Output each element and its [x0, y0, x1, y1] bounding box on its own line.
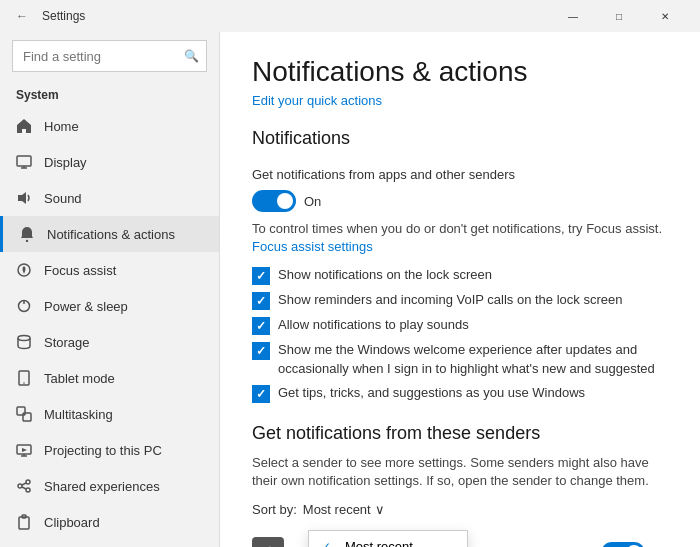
- svg-point-4: [26, 240, 28, 242]
- notifications-toggle-switch[interactable]: [252, 190, 296, 212]
- tablet-icon: [16, 370, 32, 386]
- sender-sounds-icon: [252, 537, 284, 547]
- window-controls: — □ ✕: [550, 0, 688, 32]
- sidebar-label-multitasking: Multitasking: [44, 407, 113, 422]
- checkbox-1[interactable]: [252, 292, 270, 310]
- sort-option-label-0: Most recent: [345, 539, 413, 547]
- checkboxes-container: Show notifications on the lock screen Sh…: [252, 266, 668, 402]
- window-title: Settings: [42, 9, 85, 23]
- sort-dropdown[interactable]: Most recent ∨: [303, 502, 385, 517]
- checkbox-2[interactable]: [252, 317, 270, 335]
- sort-arrow: ∨: [375, 502, 385, 517]
- sidebar-item-remote[interactable]: Remote Desktop: [0, 540, 219, 547]
- restore-button[interactable]: □: [596, 0, 642, 32]
- sender-sounds-toggle-row: On: [601, 542, 668, 547]
- sidebar-item-clipboard[interactable]: Clipboard: [0, 504, 219, 540]
- system-label: System: [0, 84, 219, 108]
- checkbox-label-4: Get tips, tricks, and suggestions as you…: [278, 384, 585, 402]
- sender-sounds-toggle[interactable]: [601, 542, 645, 547]
- svg-point-10: [23, 382, 25, 384]
- sidebar-label-power: Power & sleep: [44, 299, 128, 314]
- notifications-icon: [19, 226, 35, 242]
- svg-marker-3: [18, 192, 26, 204]
- svg-line-20: [22, 483, 26, 485]
- sort-by-label: Sort by:: [252, 502, 297, 517]
- svg-point-17: [26, 480, 30, 484]
- svg-rect-0: [17, 156, 31, 166]
- sort-container: Sort by: Most recent ∨ ✓ Most recent Nam…: [252, 502, 668, 517]
- sidebar-label-sound: Sound: [44, 191, 82, 206]
- focus-icon: [16, 262, 32, 278]
- sidebar-label-home: Home: [44, 119, 79, 134]
- svg-marker-16: [22, 448, 27, 452]
- sort-dropdown-popup: ✓ Most recent Name: [308, 530, 468, 547]
- sidebar-label-focus: Focus assist: [44, 263, 116, 278]
- home-icon: [16, 118, 32, 134]
- projecting-icon: [16, 442, 32, 458]
- checkbox-label-2: Allow notifications to play sounds: [278, 316, 469, 334]
- checkbox-label-0: Show notifications on the lock screen: [278, 266, 492, 284]
- sort-value: Most recent: [303, 502, 371, 517]
- sort-option-most-recent[interactable]: ✓ Most recent: [309, 531, 467, 547]
- sidebar-label-shared: Shared experiences: [44, 479, 160, 494]
- search-icon: 🔍: [184, 49, 199, 63]
- sidebar-label-clipboard: Clipboard: [44, 515, 100, 530]
- sidebar-label-notifications: Notifications & actions: [47, 227, 175, 242]
- check-most-recent: ✓: [321, 540, 337, 547]
- checkbox-row-0: Show notifications on the lock screen: [252, 266, 668, 285]
- storage-icon: [16, 334, 32, 350]
- close-button[interactable]: ✕: [642, 0, 688, 32]
- sidebar-item-power[interactable]: Power & sleep: [0, 288, 219, 324]
- notifications-section-title: Notifications: [252, 128, 668, 149]
- toggle-description: Get notifications from apps and other se…: [252, 167, 668, 182]
- sort-row: Sort by: Most recent ∨: [252, 502, 668, 517]
- checkbox-row-2: Allow notifications to play sounds: [252, 316, 668, 335]
- page-title: Notifications & actions: [252, 56, 668, 88]
- sidebar-label-tablet: Tablet mode: [44, 371, 115, 386]
- sidebar-label-storage: Storage: [44, 335, 90, 350]
- clipboard-icon: [16, 514, 32, 530]
- back-button[interactable]: ←: [12, 6, 32, 26]
- checkbox-3[interactable]: [252, 342, 270, 360]
- checkbox-0[interactable]: [252, 267, 270, 285]
- sidebar-item-focus[interactable]: Focus assist: [0, 252, 219, 288]
- toggle-on-label: On: [304, 194, 321, 209]
- shared-icon: [16, 478, 32, 494]
- checkbox-4[interactable]: [252, 385, 270, 403]
- svg-line-21: [22, 487, 26, 489]
- svg-rect-22: [19, 517, 29, 529]
- sidebar-label-display: Display: [44, 155, 87, 170]
- sidebar-item-storage[interactable]: Storage: [0, 324, 219, 360]
- svg-point-18: [18, 484, 22, 488]
- quick-actions-link[interactable]: Edit your quick actions: [252, 93, 382, 108]
- sidebar-item-notifications[interactable]: Notifications & actions: [0, 216, 219, 252]
- power-icon: [16, 298, 32, 314]
- search-container: 🔍: [12, 40, 207, 72]
- focus-assist-info: To control times when you do or don't ge…: [252, 220, 668, 256]
- focus-assist-link[interactable]: Focus assist settings: [252, 239, 373, 254]
- sidebar-item-projecting[interactable]: Projecting to this PC: [0, 432, 219, 468]
- sidebar-item-tablet[interactable]: Tablet mode: [0, 360, 219, 396]
- svg-point-19: [26, 488, 30, 492]
- sidebar-label-projecting: Projecting to this PC: [44, 443, 162, 458]
- checkbox-row-3: Show me the Windows welcome experience a…: [252, 341, 668, 377]
- checkbox-label-1: Show reminders and incoming VoIP calls o…: [278, 291, 622, 309]
- svg-point-8: [18, 336, 30, 341]
- main-content: Notifications & actions Edit your quick …: [220, 0, 700, 547]
- get-notif-title: Get notifications from these senders: [252, 423, 668, 444]
- multitasking-icon: [16, 406, 32, 422]
- sidebar-item-shared[interactable]: Shared experiences: [0, 468, 219, 504]
- get-notif-desc: Select a sender to see more settings. So…: [252, 454, 668, 490]
- checkbox-row-4: Get tips, tricks, and suggestions as you…: [252, 384, 668, 403]
- notifications-toggle: On: [252, 190, 668, 212]
- sidebar: 🔍 System Home Display Sound Notification…: [0, 0, 220, 547]
- sidebar-item-display[interactable]: Display: [0, 144, 219, 180]
- sidebar-item-home[interactable]: Home: [0, 108, 219, 144]
- get-notif-section: Get notifications from these senders Sel…: [252, 423, 668, 547]
- title-bar: ← Settings — □ ✕: [0, 0, 700, 32]
- sidebar-item-multitasking[interactable]: Multitasking: [0, 396, 219, 432]
- sidebar-item-sound[interactable]: Sound: [0, 180, 219, 216]
- search-input[interactable]: [12, 40, 207, 72]
- sound-icon: [16, 190, 32, 206]
- minimize-button[interactable]: —: [550, 0, 596, 32]
